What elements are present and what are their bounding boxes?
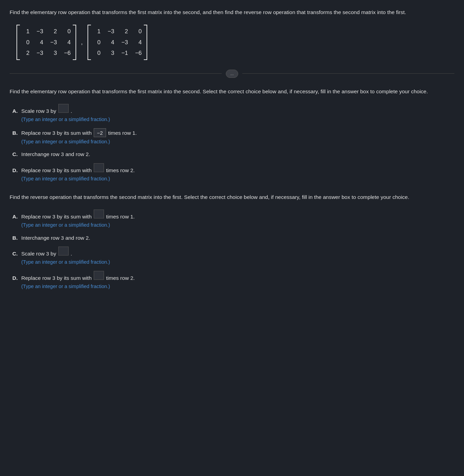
divider-line-right xyxy=(242,73,454,74)
matrices-display: 1 −3 2 0 0 4 −3 4 2 −3 3 −6 , 1 −3 2 0 0… xyxy=(16,25,454,60)
section2-c-text-after: . xyxy=(71,250,72,258)
section2-choice-a: A. Replace row 3 by its sum with times r… xyxy=(12,210,454,229)
section1-choice-d-row: D. Replace row 3 by its sum with times r… xyxy=(12,163,454,174)
section2-d-text-after: times row 2. xyxy=(106,274,135,282)
section1-c-text: Interchange row 3 and row 2. xyxy=(21,150,90,158)
section2-choice-b: B. Interchange row 3 and row 2. xyxy=(12,234,454,242)
matrix-1-row-2: 0 4 −3 4 xyxy=(20,37,73,48)
section2-c-text-before: Scale row 3 by xyxy=(21,250,56,258)
section1-d-input[interactable] xyxy=(94,163,104,172)
section1-choice-c-row: C. Interchange row 3 and row 2. xyxy=(12,150,454,158)
section1-choices: A. Scale row 3 by . (Type an integer or … xyxy=(12,104,454,183)
section1-a-text-after: . xyxy=(71,107,72,115)
section2-label-b: B. xyxy=(12,234,19,242)
section1-b-text-before: Replace row 3 by its sum with xyxy=(21,129,92,137)
section1-a-text-before: Scale row 3 by xyxy=(21,107,56,115)
matrix-1-row-1: 1 −3 2 0 xyxy=(20,26,73,37)
section1-choice-d: D. Replace row 3 by its sum with times r… xyxy=(12,163,454,183)
section2-label-d: D. xyxy=(12,274,19,282)
section2-choices: A. Replace row 3 by its sum with times r… xyxy=(12,210,454,290)
section2-c-hint: (Type an integer or a simplified fractio… xyxy=(21,259,454,266)
section1-label-d: D. xyxy=(12,166,19,174)
section2-label-a: A. xyxy=(12,213,19,221)
section1-label-c: C. xyxy=(12,150,19,158)
section2-c-input[interactable] xyxy=(58,247,69,255)
section1-a-input[interactable] xyxy=(58,104,69,113)
section1-label-b: B. xyxy=(12,129,19,137)
matrix-2-row-2: 0 4 −3 4 xyxy=(91,37,144,48)
section2-choice-d: D. Replace row 3 by its sum with times r… xyxy=(12,271,454,290)
section1-b-text-after: times row 1. xyxy=(108,129,137,137)
section1-choice-a-row: A. Scale row 3 by . xyxy=(12,104,454,115)
section2-choice-c-row: C. Scale row 3 by . xyxy=(12,247,454,258)
section1-a-hint: (Type an integer or a simplified fractio… xyxy=(21,116,454,123)
section2-a-hint: (Type an integer or a simplified fractio… xyxy=(21,222,454,229)
section2-d-hint: (Type an integer or a simplified fractio… xyxy=(21,283,454,290)
section1-label-a: A. xyxy=(12,107,19,115)
section2-b-text: Interchange row 3 and row 2. xyxy=(21,234,90,242)
divider-line-left xyxy=(10,73,222,74)
section1-b-hint: (Type an integer or a simplified fractio… xyxy=(21,138,454,146)
section1-instruction: Find the elementary row operation that t… xyxy=(10,87,454,96)
problem-statement: Find the elementary row operation that t… xyxy=(10,8,454,16)
section1-b-input[interactable]: −2 xyxy=(94,128,106,137)
section2-choice-b-row: B. Interchange row 3 and row 2. xyxy=(12,234,454,242)
section2-a-text-before: Replace row 3 by its sum with xyxy=(21,213,92,221)
section2-instruction: Find the reverse operation that transfor… xyxy=(10,193,454,201)
section2-a-text-after: times row 1. xyxy=(106,213,135,221)
section2-choice-c: C. Scale row 3 by . (Type an integer or … xyxy=(12,247,454,266)
divider-pill: ... xyxy=(226,70,238,78)
section2-d-input[interactable] xyxy=(94,271,104,280)
section2-label-c: C. xyxy=(12,250,19,258)
section-divider-top: ... xyxy=(10,70,454,78)
matrix-1-row-3: 2 −3 3 −6 xyxy=(20,48,73,59)
section1-choice-a: A. Scale row 3 by . (Type an integer or … xyxy=(12,104,454,123)
matrix-2-row-3: 0 3 −1 −6 xyxy=(91,48,144,59)
section1-choice-c: C. Interchange row 3 and row 2. xyxy=(12,150,454,158)
section2-choice-a-row: A. Replace row 3 by its sum with times r… xyxy=(12,210,454,221)
matrix-1: 1 −3 2 0 0 4 −3 4 2 −3 3 −6 xyxy=(16,25,76,60)
comma-separator: , xyxy=(81,38,83,47)
section2-choice-d-row: D. Replace row 3 by its sum with times r… xyxy=(12,271,454,282)
section1-d-hint: (Type an integer or a simplified fractio… xyxy=(21,175,454,183)
section2-a-input[interactable] xyxy=(94,210,104,218)
section1-choice-b: B. Replace row 3 by its sum with −2 time… xyxy=(12,128,454,146)
matrix-2-row-1: 1 −3 2 0 xyxy=(91,26,144,37)
matrix-2: 1 −3 2 0 0 4 −3 4 0 3 −1 −6 xyxy=(88,25,147,60)
section1-d-text-before: Replace row 3 by its sum with xyxy=(21,166,92,174)
section1-d-text-after: times row 2. xyxy=(106,166,135,174)
section2-d-text-before: Replace row 3 by its sum with xyxy=(21,274,92,282)
section1-choice-b-row: B. Replace row 3 by its sum with −2 time… xyxy=(12,128,454,137)
